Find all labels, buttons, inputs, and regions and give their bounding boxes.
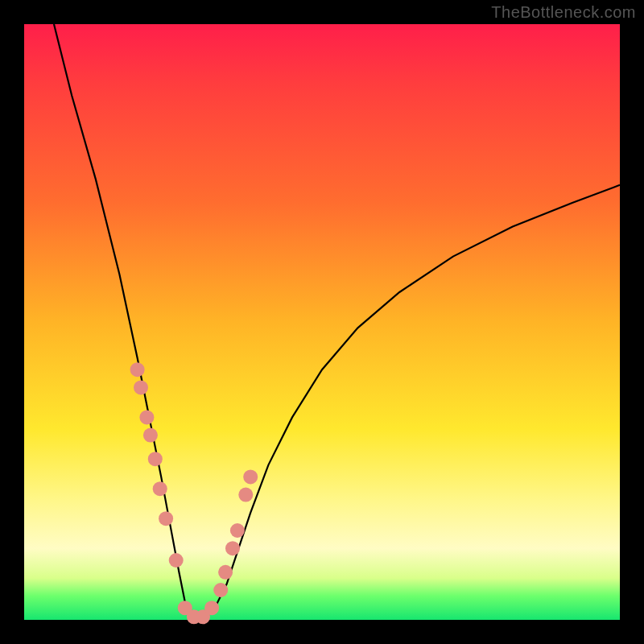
marker-dot <box>230 523 245 538</box>
marker-dot <box>218 565 233 580</box>
marker-dot <box>213 583 228 597</box>
watermark-text: TheBottleneck.com <box>491 3 636 22</box>
marker-dot <box>169 553 184 568</box>
marker-dot <box>148 452 163 466</box>
marker-dot <box>139 410 154 424</box>
chart-container: TheBottleneck.com <box>0 0 644 644</box>
marker-dot <box>130 362 145 377</box>
marker-dot <box>153 481 167 496</box>
marker-dot <box>238 488 253 502</box>
marker-dots-group <box>130 362 258 624</box>
marker-dot <box>143 428 158 443</box>
marker-dot <box>204 601 219 615</box>
curve-svg <box>24 24 620 620</box>
marker-dot <box>225 541 240 555</box>
marker-dot <box>134 380 148 394</box>
bottleneck-curve <box>54 24 620 620</box>
marker-dot <box>243 469 258 484</box>
plot-area <box>24 24 620 620</box>
marker-dot <box>159 511 173 526</box>
